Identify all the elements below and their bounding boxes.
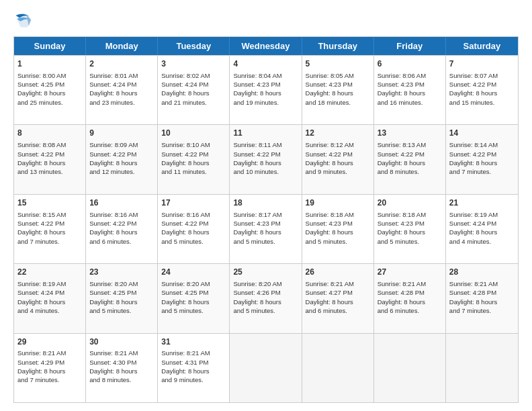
day-cell-25: 25Sunrise: 8:20 AMSunset: 4:26 PMDayligh…	[230, 264, 302, 332]
sunrise-line: Sunrise: 8:02 AM	[161, 71, 226, 80]
day-number: 8	[17, 128, 82, 139]
sunset-line: Sunset: 4:22 PM	[17, 150, 82, 158]
calendar: SundayMondayTuesdayWednesdayThursdayFrid…	[13, 36, 519, 403]
daylight-line: Daylight: 8 hours	[17, 228, 82, 236]
weekday-header-monday: Monday	[86, 37, 158, 55]
day-number: 25	[233, 267, 298, 278]
daylight-line: Daylight: 8 hours	[378, 228, 442, 236]
sunrise-line: Sunrise: 8:21 AM	[17, 349, 82, 357]
sunrise-line: Sunrise: 8:21 AM	[161, 349, 226, 357]
sunrise-line: Sunrise: 8:18 AM	[306, 210, 370, 219]
daylight-line: and 5 minutes.	[233, 306, 298, 315]
day-number: 10	[161, 128, 226, 139]
weekday-header-sunday: Sunday	[14, 37, 86, 55]
sunset-line: Sunset: 4:25 PM	[17, 80, 82, 89]
empty-cell	[230, 334, 302, 402]
daylight-line: Daylight: 8 hours	[233, 298, 298, 306]
day-number: 28	[449, 267, 515, 278]
day-number: 16	[89, 197, 154, 209]
daylight-line: Daylight: 8 hours	[378, 158, 442, 167]
sunrise-line: Sunrise: 8:00 AM	[17, 71, 82, 80]
sunrise-line: Sunrise: 8:19 AM	[449, 210, 515, 219]
day-number: 31	[161, 336, 226, 348]
sunset-line: Sunset: 4:23 PM	[306, 80, 370, 89]
sunset-line: Sunset: 4:27 PM	[306, 288, 370, 297]
day-cell-4: 4Sunrise: 8:04 AMSunset: 4:23 PMDaylight…	[230, 56, 302, 124]
sunset-line: Sunset: 4:24 PM	[161, 80, 226, 89]
daylight-line: Daylight: 8 hours	[233, 89, 298, 97]
daylight-line: and 12 minutes.	[89, 167, 154, 176]
day-cell-3: 3Sunrise: 8:02 AMSunset: 4:24 PMDaylight…	[158, 56, 230, 124]
sunset-line: Sunset: 4:24 PM	[449, 219, 515, 228]
calendar-row-1: 1Sunrise: 8:00 AMSunset: 4:25 PMDaylight…	[14, 55, 518, 124]
day-cell-2: 2Sunrise: 8:01 AMSunset: 4:24 PMDaylight…	[86, 56, 158, 124]
sunrise-line: Sunrise: 8:04 AM	[233, 71, 298, 80]
daylight-line: and 5 minutes.	[161, 237, 226, 246]
daylight-line: and 4 minutes.	[17, 306, 82, 315]
daylight-line: and 13 minutes.	[17, 167, 82, 176]
logo	[13, 11, 35, 30]
sunrise-line: Sunrise: 8:05 AM	[306, 71, 370, 80]
daylight-line: and 6 minutes.	[378, 306, 442, 315]
day-cell-19: 19Sunrise: 8:18 AMSunset: 4:23 PMDayligh…	[302, 195, 374, 263]
daylight-line: and 5 minutes.	[378, 237, 442, 246]
day-number: 24	[161, 267, 226, 278]
daylight-line: Daylight: 8 hours	[17, 89, 82, 97]
daylight-line: and 10 minutes.	[233, 167, 298, 176]
sunrise-line: Sunrise: 8:19 AM	[17, 279, 82, 288]
day-number: 30	[89, 336, 154, 348]
day-number: 5	[306, 58, 370, 70]
daylight-line: Daylight: 8 hours	[449, 228, 515, 236]
sunset-line: Sunset: 4:25 PM	[161, 288, 226, 297]
day-cell-28: 28Sunrise: 8:21 AMSunset: 4:28 PMDayligh…	[446, 264, 518, 332]
day-number: 18	[233, 197, 298, 209]
day-number: 1	[17, 58, 82, 70]
day-number: 2	[89, 58, 154, 70]
empty-cell	[446, 334, 518, 402]
daylight-line: and 5 minutes.	[306, 237, 370, 246]
day-cell-21: 21Sunrise: 8:19 AMSunset: 4:24 PMDayligh…	[446, 195, 518, 263]
daylight-line: and 4 minutes.	[449, 237, 515, 246]
day-cell-5: 5Sunrise: 8:05 AMSunset: 4:23 PMDaylight…	[302, 56, 374, 124]
weekday-header-thursday: Thursday	[302, 37, 374, 55]
daylight-line: and 6 minutes.	[89, 237, 154, 246]
daylight-line: and 7 minutes.	[449, 306, 515, 315]
daylight-line: Daylight: 8 hours	[17, 298, 82, 306]
day-number: 26	[306, 267, 370, 278]
daylight-line: Daylight: 8 hours	[306, 158, 370, 167]
sunset-line: Sunset: 4:23 PM	[306, 219, 370, 228]
sunrise-line: Sunrise: 8:21 AM	[89, 349, 154, 357]
sunrise-line: Sunrise: 8:13 AM	[378, 140, 442, 149]
sunset-line: Sunset: 4:22 PM	[161, 150, 226, 158]
sunset-line: Sunset: 4:25 PM	[89, 288, 154, 297]
day-number: 9	[89, 128, 154, 139]
day-number: 13	[378, 128, 442, 139]
sunset-line: Sunset: 4:30 PM	[89, 358, 154, 367]
sunrise-line: Sunrise: 8:09 AM	[89, 140, 154, 149]
daylight-line: Daylight: 8 hours	[449, 89, 515, 97]
daylight-line: Daylight: 8 hours	[89, 298, 154, 306]
sunset-line: Sunset: 4:22 PM	[449, 150, 515, 158]
sunrise-line: Sunrise: 8:10 AM	[161, 140, 226, 149]
day-number: 23	[89, 267, 154, 278]
daylight-line: Daylight: 8 hours	[89, 89, 154, 97]
calendar-header: SundayMondayTuesdayWednesdayThursdayFrid…	[14, 37, 518, 55]
day-cell-12: 12Sunrise: 8:12 AMSunset: 4:22 PMDayligh…	[302, 125, 374, 193]
day-cell-1: 1Sunrise: 8:00 AMSunset: 4:25 PMDaylight…	[14, 56, 86, 124]
sunset-line: Sunset: 4:23 PM	[233, 219, 298, 228]
day-cell-17: 17Sunrise: 8:16 AMSunset: 4:22 PMDayligh…	[158, 195, 230, 263]
logo-icon	[13, 11, 32, 30]
daylight-line: Daylight: 8 hours	[161, 367, 226, 375]
day-cell-31: 31Sunrise: 8:21 AMSunset: 4:31 PMDayligh…	[158, 334, 230, 402]
daylight-line: Daylight: 8 hours	[233, 228, 298, 236]
daylight-line: and 5 minutes.	[89, 306, 154, 315]
daylight-line: and 8 minutes.	[89, 375, 154, 384]
calendar-row-3: 15Sunrise: 8:15 AMSunset: 4:22 PMDayligh…	[14, 194, 518, 263]
daylight-line: Daylight: 8 hours	[449, 158, 515, 167]
day-cell-14: 14Sunrise: 8:14 AMSunset: 4:22 PMDayligh…	[446, 125, 518, 193]
sunrise-line: Sunrise: 8:20 AM	[233, 279, 298, 288]
daylight-line: and 7 minutes.	[17, 375, 82, 384]
day-cell-13: 13Sunrise: 8:13 AMSunset: 4:22 PMDayligh…	[374, 125, 446, 193]
daylight-line: and 11 minutes.	[161, 167, 226, 176]
day-number: 22	[17, 267, 82, 278]
